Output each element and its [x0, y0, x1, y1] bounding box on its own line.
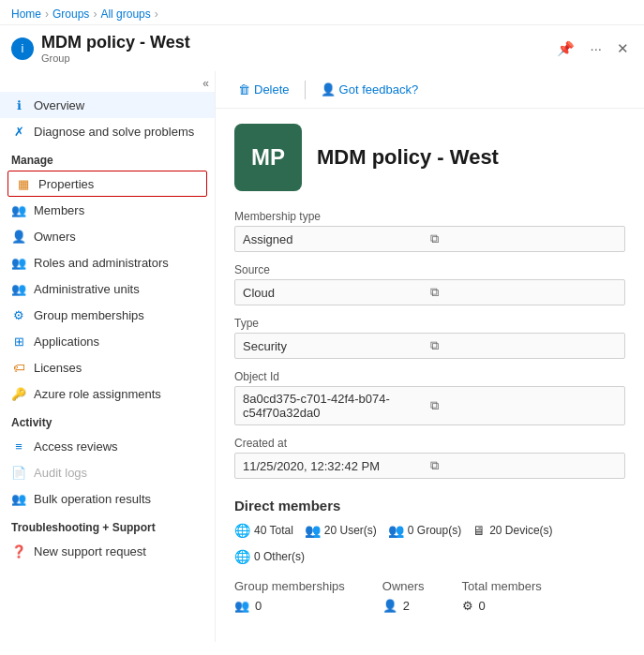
field-membership-type-label: Membership type [234, 210, 625, 223]
sidebar-item-access-reviews[interactable]: ≡ Access reviews [0, 433, 215, 459]
feedback-label: Got feedback? [339, 82, 419, 97]
delete-button[interactable]: 🗑 Delete [231, 79, 297, 100]
sidebar-item-azure-roles[interactable]: 🔑 Azure role assignments [0, 380, 215, 407]
sidebar-item-overview[interactable]: ℹ Overview [0, 92, 215, 118]
stat-groups: 👥 0 Group(s) [388, 523, 461, 538]
sidebar-label-bulk-results: Bulk operation results [34, 492, 151, 506]
stat-total: 🌐 40 Total [234, 523, 293, 538]
sidebar-item-owners[interactable]: 👤 Owners [0, 223, 215, 249]
sidebar-item-roles[interactable]: 👥 Roles and administrators [0, 249, 215, 275]
breadcrumb-groups[interactable]: Groups [52, 7, 89, 21]
applications-icon: ⊞ [11, 334, 26, 349]
owners-icon: 👤 [11, 229, 26, 244]
sidebar-item-licenses[interactable]: 🏷 Licenses [0, 354, 215, 380]
copy-created-at[interactable]: ⧉ [430, 458, 618, 473]
group-avatar-text: MP [251, 144, 285, 171]
roles-icon: 👥 [11, 255, 26, 270]
copy-membership-type[interactable]: ⧉ [430, 231, 618, 246]
overview-icon: ℹ [11, 97, 26, 112]
toolbar: 🗑 Delete 👤 Got feedback? [216, 71, 644, 109]
sidebar: « ℹ Overview ✗ Diagnose and solve proble… [0, 71, 216, 642]
collapse-button[interactable]: « [202, 77, 209, 90]
group-name: MDM policy - West [317, 145, 499, 170]
owners-stat-icon: 👤 [382, 599, 397, 613]
sidebar-item-support[interactable]: ❓ New support request [0, 538, 215, 564]
breadcrumb-allgroups[interactable]: All groups [100, 7, 150, 21]
properties-icon: ▦ [16, 176, 31, 191]
content-area: 🗑 Delete 👤 Got feedback? MP MDM policy -… [216, 71, 644, 642]
diagnose-icon: ✗ [11, 124, 26, 139]
licenses-icon: 🏷 [11, 360, 26, 375]
bottom-stat-owners: Owners 👤 2 [382, 579, 425, 613]
group-memberships-stat-icon: 👥 [234, 599, 249, 613]
field-object-id-label: Object Id [234, 370, 625, 383]
sidebar-item-applications[interactable]: ⊞ Applications [0, 328, 215, 354]
stat-total-value: 40 Total [254, 524, 293, 537]
field-object-id-value: 8a0cd375-c701-42f4-b074-c54f70a32da0 ⧉ [234, 386, 625, 425]
sidebar-item-diagnose[interactable]: ✗ Diagnose and solve problems [0, 118, 215, 144]
bottom-label-total-members: Total members [462, 579, 542, 593]
sidebar-item-members[interactable]: 👥 Members [0, 197, 215, 223]
pin-button[interactable]: 📌 [553, 38, 578, 59]
access-reviews-icon: ≡ [11, 439, 26, 454]
sidebar-section-manage: Manage [0, 144, 215, 171]
stat-others-value: 0 Other(s) [254, 550, 305, 563]
direct-members-title: Direct members [234, 498, 625, 514]
field-source-label: Source [234, 263, 625, 276]
field-membership-type-value: Assigned ⧉ [234, 226, 625, 252]
sidebar-label-diagnose: Diagnose and solve problems [34, 125, 194, 139]
close-button[interactable]: ✕ [613, 38, 633, 59]
total-members-stat-icon: ⚙ [462, 599, 473, 613]
group-header: MP MDM policy - West [234, 124, 625, 191]
sidebar-section-activity: Activity [0, 407, 215, 433]
field-source: Source Cloud ⧉ [234, 263, 625, 305]
content-body: MP MDM policy - West Membership type Ass… [216, 109, 644, 628]
sidebar-item-properties[interactable]: ▦ Properties [7, 171, 207, 197]
bottom-label-owners: Owners [382, 579, 425, 593]
sidebar-item-bulk-results[interactable]: 👥 Bulk operation results [0, 485, 215, 512]
top-bar: Home › Groups › All groups › [0, 0, 644, 25]
field-created-at-label: Created at [234, 437, 625, 450]
sidebar-label-admin-units: Administrative units [34, 282, 140, 296]
sidebar-label-access-reviews: Access reviews [34, 439, 118, 454]
sidebar-label-applications: Applications [34, 335, 99, 349]
field-type: Type Security ⧉ [234, 317, 625, 359]
azure-roles-icon: 🔑 [11, 386, 26, 401]
sidebar-label-group-memberships: Group memberships [34, 308, 144, 322]
title-icon: i [11, 37, 34, 60]
group-avatar: MP [234, 124, 302, 191]
feedback-button[interactable]: 👤 Got feedback? [313, 79, 427, 100]
more-button[interactable]: ··· [586, 38, 606, 58]
copy-object-id[interactable]: ⧉ [430, 398, 618, 413]
stat-groups-value: 0 Group(s) [408, 524, 461, 537]
sidebar-label-members: Members [34, 203, 84, 217]
toolbar-divider [305, 81, 306, 99]
copy-type[interactable]: ⧉ [430, 338, 618, 353]
breadcrumb-sep3: › [155, 7, 158, 21]
field-type-value: Security ⧉ [234, 333, 625, 359]
sidebar-label-overview: Overview [34, 98, 84, 112]
audit-logs-icon: 📄 [11, 465, 26, 480]
bottom-stat-total-members: Total members ⚙ 0 [462, 579, 542, 613]
page-subtitle: Group [41, 52, 190, 64]
breadcrumb: Home › Groups › All groups › [11, 7, 158, 21]
breadcrumb-sep1: › [45, 7, 49, 21]
title-left: i MDM policy - West Group [11, 33, 190, 64]
page-title: MDM policy - West [41, 33, 190, 52]
bottom-label-group-memberships: Group memberships [234, 579, 345, 593]
sidebar-label-audit-logs: Audit logs [34, 466, 87, 480]
breadcrumb-sep2: › [93, 7, 97, 21]
bottom-value-group-memberships: 👥 0 [234, 599, 345, 613]
title-text: MDM policy - West Group [41, 33, 190, 64]
admin-units-icon: 👥 [11, 281, 26, 296]
copy-source[interactable]: ⧉ [430, 285, 618, 300]
breadcrumb-home[interactable]: Home [11, 7, 41, 21]
sidebar-section-troubleshoot: Troubleshooting + Support [0, 512, 215, 538]
field-type-label: Type [234, 317, 625, 330]
sidebar-item-audit-logs[interactable]: 📄 Audit logs [0, 459, 215, 485]
sidebar-item-admin-units[interactable]: 👥 Administrative units [0, 275, 215, 302]
delete-icon: 🗑 [238, 82, 250, 97]
sidebar-item-group-memberships[interactable]: ⚙ Group memberships [0, 302, 215, 328]
stat-users-value: 20 User(s) [324, 524, 377, 537]
sidebar-label-azure-roles: Azure role assignments [34, 387, 161, 401]
